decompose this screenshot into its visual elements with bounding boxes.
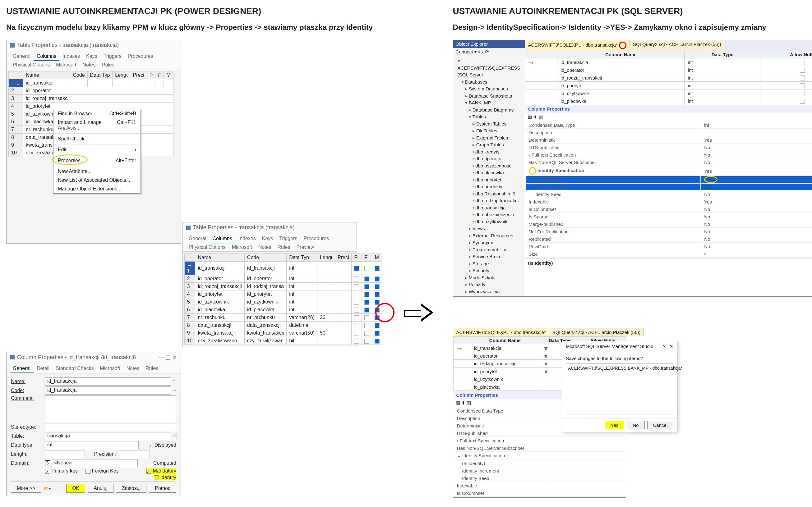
doc-tab-query[interactable]: SQLQuery2.sql - ACE...arcin Płaczek (56)…	[549, 328, 644, 336]
prop-row[interactable]: Identity SpecificationYes	[526, 167, 812, 175]
tree-external-resources[interactable]: External Resources	[455, 232, 523, 239]
prop-row[interactable]: DTS-publishedNo	[526, 144, 812, 151]
dialog-cancel-button[interactable]: Cancel	[647, 421, 674, 429]
prop-row[interactable]: Has Non-SQL Server SubscriberNo	[526, 159, 812, 166]
more-button[interactable]: More >>	[11, 484, 41, 493]
tab-indexes[interactable]: Indexes	[235, 234, 259, 243]
prop-row[interactable]: IndexableYes	[526, 199, 812, 205]
tab-general[interactable]: General	[10, 52, 34, 61]
prop-row[interactable]: Identity Seed	[454, 475, 625, 482]
dialog-no-button[interactable]: No	[627, 421, 645, 429]
ctx-impact-lineage[interactable]: Impact and Lineage Analysis...Ctrl+F11	[53, 118, 141, 132]
doc-tab-query[interactable]: SQLQuery2.sql - ACE...arcin Płaczek (56)…	[630, 40, 724, 51]
tree-table-dbo-uzytkownik[interactable]: dbo.uzytkownik	[455, 218, 523, 226]
tree-wypozyczalnia[interactable]: Wypozyczalnia	[455, 288, 523, 295]
tree-views[interactable]: Views	[455, 225, 523, 232]
apply-button[interactable]: Zastosuj	[116, 484, 146, 493]
menu-icon[interactable]: 📂▾	[44, 486, 51, 491]
connect-button[interactable]: Connect ▾	[456, 49, 477, 54]
tab-rules[interactable]: Rules	[274, 243, 294, 251]
tree-table-dbo-placowka[interactable]: dbo.placowka	[455, 169, 523, 176]
ctx-spell-check[interactable]: Spell Check...	[53, 134, 141, 143]
prop-row[interactable]: Is ColumnsetNo	[526, 206, 812, 213]
tab-detail[interactable]: Detail	[34, 364, 53, 373]
tab-general[interactable]: General	[10, 364, 34, 373]
stereo-input[interactable]	[45, 423, 176, 431]
tab-std-checks[interactable]: Standard Checks	[53, 364, 97, 373]
tab-notes[interactable]: Notes	[123, 364, 142, 373]
computed-checkbox[interactable]	[147, 461, 152, 466]
ctx-new-list[interactable]: New List of Associated Objects...	[53, 176, 141, 184]
tree-table-dbo-priorytet[interactable]: dbo.priorytet	[455, 176, 523, 184]
table-row[interactable]: 4id_priorytetid_priorytetint	[184, 290, 383, 298]
dialog-yes-button[interactable]: Yes	[605, 421, 624, 429]
column-row[interactable]: id_uzytkownikint	[525, 90, 812, 97]
tree-modelszkola[interactable]: ModelSzkola	[455, 274, 523, 281]
ctx-edit[interactable]: Edit›	[53, 146, 141, 154]
primarykey-checkbox[interactable]	[45, 469, 50, 474]
prop-row[interactable]: Identity IncrementYes	[526, 184, 812, 190]
code-input[interactable]: id_transakcja	[45, 387, 171, 395]
table-row[interactable]: 8data_transakcjidata_transakcjidatetime	[184, 322, 383, 329]
tab-physical-options[interactable]: Physical Options	[186, 243, 229, 251]
displayed-checkbox[interactable]	[148, 443, 153, 448]
ctx-find-in-browser[interactable]: Find in BrowserCtrl+Shift+B	[53, 109, 141, 118]
prop-row[interactable]: › Full-text Specification	[454, 437, 625, 444]
tree-filetables[interactable]: FileTables	[455, 127, 523, 134]
tree-dbdiagrams[interactable]: Database Diagrams	[455, 107, 523, 114]
tree-pojazdy[interactable]: Pojazdy	[455, 281, 523, 288]
name-input[interactable]: id_transakcja	[45, 378, 171, 386]
tab-physical-options[interactable]: Physical Options	[10, 61, 53, 69]
prop-row[interactable]: ReplicatedNo	[526, 236, 812, 243]
prop-row[interactable]: Is Columnset	[454, 490, 625, 497]
cancel-button[interactable]: Anuluj	[88, 484, 113, 493]
column-row[interactable]: id_priorytetint	[525, 82, 812, 90]
tab-notes[interactable]: Notes	[79, 61, 99, 69]
prop-row[interactable]: (Is Identity)Yes	[526, 176, 812, 183]
prop-row[interactable]: Size4	[526, 251, 812, 258]
table-row[interactable]: 7nr_rachunkunr_rachunkuvarchar(26)26	[184, 314, 383, 322]
tree-databases[interactable]: Databases	[455, 78, 523, 86]
tab-microsoft[interactable]: Microsoft	[229, 243, 255, 251]
tree-security[interactable]: Security	[455, 267, 523, 274]
tree-programmability[interactable]: Programmability	[455, 246, 523, 253]
prop-row[interactable]: Has Non-SQL Server Subscriber	[454, 445, 625, 452]
tree-storage[interactable]: Storage	[455, 260, 523, 268]
table-row[interactable]: 2id_operator	[9, 87, 173, 95]
tree-synonyms[interactable]: Synonyms	[455, 239, 523, 246]
precision-input[interactable]	[119, 450, 150, 458]
table-row[interactable]: 9kwota_transakcjikwota_transakcjivarchar…	[184, 329, 383, 337]
tree-graph-tables[interactable]: Graph Tables	[455, 142, 523, 149]
tab-rules[interactable]: Rules	[99, 61, 117, 69]
table-row[interactable]: 5id_uzytkownikid_uzytkownikint	[184, 298, 383, 306]
tab-triggers[interactable]: Triggers	[100, 52, 125, 61]
column-row[interactable]: id_placowkaint	[525, 97, 812, 105]
doc-tab-designer[interactable]: ACERSWIFT3\SQLEXP... - dbo.transakcja*	[453, 328, 549, 336]
table-row[interactable]: 3id_rodzaj_transakcjiid_rodzaj_transaint	[184, 283, 383, 290]
comment-input[interactable]	[45, 395, 176, 422]
tree-table-dbo-kredyty[interactable]: dbo.kredyty	[455, 149, 523, 156]
prop-row[interactable]: RowGuidNo	[526, 243, 812, 250]
tab-columns[interactable]: Columns	[209, 234, 235, 243]
tree-system-tables[interactable]: System Tables	[455, 120, 523, 128]
foreignkey-checkbox[interactable]	[86, 469, 91, 474]
tab-keys[interactable]: Keys	[259, 234, 276, 243]
table-row[interactable]: → 1id_transakcji	[9, 79, 173, 87]
prop-row[interactable]: (Is Identity)	[454, 460, 625, 467]
prop-row[interactable]: Identity SeedNo	[526, 191, 812, 198]
prop-row[interactable]: ⌄ Identity Specification	[454, 452, 625, 459]
table-row[interactable]: → 1id_transakcjiid_transakcjiint	[184, 262, 383, 275]
prop-row[interactable]: Description	[526, 129, 812, 136]
ctx-manage-ext[interactable]: Manage Object Extensions...	[53, 184, 141, 193]
prop-row[interactable]: Condensed Data Typeint	[526, 122, 812, 129]
tab-microsoft[interactable]: Microsoft	[97, 364, 123, 373]
tab-triggers[interactable]: Triggers	[276, 234, 300, 243]
tree-table-dbo-produkty[interactable]: dbo.produkty	[455, 183, 523, 190]
table-input[interactable]: transakcja	[45, 432, 171, 440]
prop-row[interactable]: › Full-text SpecificationNo	[526, 152, 812, 158]
length-input[interactable]	[45, 450, 85, 458]
ctx-properties[interactable]: Properties...Alt+Enter	[53, 156, 141, 165]
column-row[interactable]: id_operatorint	[525, 66, 812, 74]
tree-system-databases[interactable]: System Databases	[455, 86, 523, 93]
column-row[interactable]: id_rodzaj_transakcjiint	[525, 74, 812, 82]
